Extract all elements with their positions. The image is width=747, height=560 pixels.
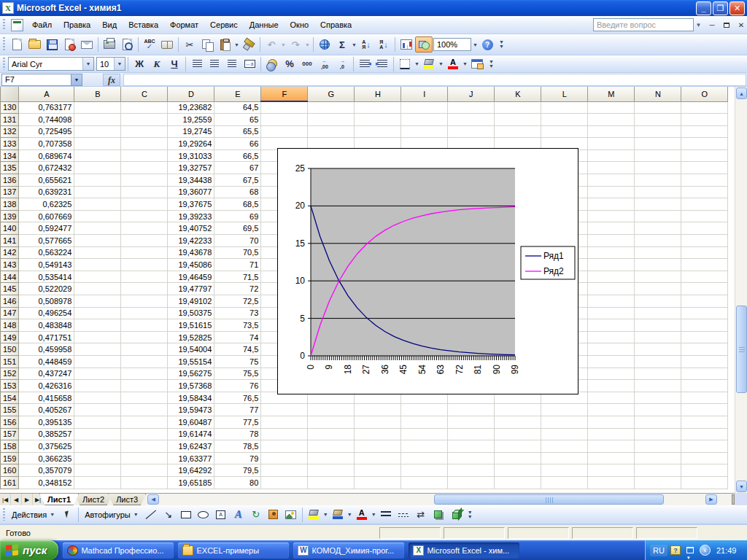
cell-O150[interactable] — [681, 343, 728, 356]
cell-N141[interactable] — [635, 235, 681, 247]
cell-E143[interactable]: 71 — [214, 259, 261, 271]
toolbar-options-icon[interactable]: ▼▼ — [465, 505, 475, 524]
cell-L160[interactable] — [541, 464, 588, 477]
increase-decimal-button[interactable]: ←,00 — [316, 56, 333, 72]
cell-L156[interactable] — [541, 416, 588, 428]
cell-N147[interactable] — [635, 307, 681, 319]
insert-function-button[interactable]: fx — [103, 74, 120, 86]
email-button[interactable] — [78, 36, 96, 52]
cell-O148[interactable] — [681, 319, 728, 332]
cell-O137[interactable] — [681, 186, 728, 198]
cell-A144[interactable]: 0,535414 — [19, 271, 74, 283]
cell-C131[interactable] — [121, 114, 168, 126]
taskbar-task-3[interactable]: XMicrosoft Excel - хим... — [409, 542, 519, 559]
cell-N134[interactable] — [635, 149, 681, 162]
cell-N151[interactable] — [635, 355, 681, 368]
cell-D144[interactable]: 19,46459 — [168, 271, 214, 283]
cell-C137[interactable] — [121, 186, 168, 198]
cell-A147[interactable]: 0,496254 — [19, 307, 74, 319]
cell-O149[interactable] — [681, 331, 728, 343]
cell-E156[interactable]: 77,5 — [214, 416, 261, 428]
cell-C134[interactable] — [121, 149, 168, 162]
cell-D142[interactable]: 19,43678 — [168, 246, 214, 259]
cell-O134[interactable] — [681, 149, 728, 162]
cell-D157[interactable]: 19,61474 — [168, 428, 214, 440]
cell-M146[interactable] — [588, 295, 635, 308]
cell-M159[interactable] — [588, 452, 635, 464]
cell-O133[interactable] — [681, 138, 728, 150]
cell-O152[interactable] — [681, 368, 728, 380]
cell-E159[interactable]: 79 — [214, 452, 261, 464]
new-button[interactable] — [8, 36, 26, 52]
cell-M161[interactable] — [588, 476, 635, 489]
cell-B132[interactable] — [74, 125, 121, 138]
insert-picture-button[interactable] — [282, 507, 300, 523]
toolbar-options-icon[interactable]: ▼▼ — [497, 34, 506, 55]
cell-B144[interactable] — [74, 271, 121, 283]
row-header-132[interactable]: 132 — [1, 125, 19, 138]
row-header-147[interactable]: 147 — [1, 307, 19, 319]
menu-item-6[interactable]: Данные — [244, 18, 285, 31]
row-header-139[interactable]: 139 — [1, 210, 19, 222]
align-center-button[interactable] — [206, 56, 223, 72]
cell-N155[interactable] — [635, 404, 681, 416]
cell-B131[interactable] — [74, 114, 121, 126]
row-header-133[interactable]: 133 — [1, 138, 19, 150]
help-question-input[interactable]: Введите вопрос — [593, 18, 694, 31]
cell-I160[interactable] — [401, 464, 448, 477]
cell-I159[interactable] — [401, 452, 448, 464]
horizontal-scrollbar[interactable]: ◀ ▶ — [146, 494, 735, 505]
menu-item-1[interactable]: Правка — [58, 18, 96, 31]
cell-B133[interactable] — [74, 138, 121, 150]
column-header-M[interactable]: M — [588, 87, 635, 101]
cell-A145[interactable]: 0,522029 — [19, 283, 74, 295]
oval-tool-button[interactable] — [195, 507, 212, 523]
cell-A143[interactable]: 0,549143 — [19, 259, 74, 271]
textbox-tool-button[interactable]: A — [212, 507, 230, 523]
cell-A150[interactable]: 0,459958 — [19, 343, 74, 356]
print-preview-button[interactable] — [118, 36, 136, 52]
cell-A155[interactable]: 0,405267 — [19, 404, 74, 416]
cell-G156[interactable] — [308, 416, 355, 428]
cell-N153[interactable] — [635, 380, 681, 392]
cell-F132[interactable] — [261, 125, 308, 138]
cell-N150[interactable] — [635, 343, 681, 356]
cell-M138[interactable] — [588, 198, 635, 211]
rectangle-tool-button[interactable] — [177, 507, 195, 523]
cell-D139[interactable]: 19,39233 — [168, 210, 214, 222]
row-header-143[interactable]: 143 — [1, 259, 19, 271]
cell-C156[interactable] — [121, 416, 168, 428]
cell-B150[interactable] — [74, 343, 121, 356]
row-header-154[interactable]: 154 — [1, 392, 19, 404]
cell-D160[interactable]: 19,64292 — [168, 464, 214, 477]
paste-dropdown-icon[interactable]: ▼ — [233, 36, 240, 52]
cell-C161[interactable] — [121, 476, 168, 489]
thousands-separator-button[interactable]: 000 — [298, 56, 316, 72]
cell-A161[interactable]: 0,348152 — [19, 476, 74, 489]
keyboard-help-icon[interactable]: ? — [670, 545, 681, 555]
cell-M151[interactable] — [588, 355, 635, 368]
hide-icons-icon[interactable]: ‹ — [700, 545, 711, 556]
autoshapes-button[interactable]: Автофигуры▼ — [81, 509, 142, 521]
cell-G131[interactable] — [308, 114, 355, 126]
line-color-button[interactable] — [329, 507, 347, 523]
print-button[interactable] — [101, 36, 118, 52]
horizontal-scroll-thumb[interactable] — [434, 494, 664, 505]
row-header-136[interactable]: 136 — [1, 174, 19, 187]
cell-C158[interactable] — [121, 440, 168, 453]
cell-M157[interactable] — [588, 428, 635, 440]
autosum-button[interactable]: Σ — [333, 36, 351, 52]
cell-M134[interactable] — [588, 149, 635, 162]
row-header-157[interactable]: 157 — [1, 428, 19, 440]
diagram-button[interactable]: ↻ — [247, 507, 265, 523]
cell-K131[interactable] — [495, 114, 541, 126]
cell-A141[interactable]: 0,577665 — [19, 235, 74, 247]
cell-E140[interactable]: 69,5 — [214, 222, 261, 235]
cell-O153[interactable] — [681, 380, 728, 392]
cell-D136[interactable]: 19,34438 — [168, 174, 214, 187]
vertical-scrollbar[interactable]: ▲ ▼ — [735, 87, 747, 493]
cell-A130[interactable]: 0,763177 — [19, 101, 74, 114]
currency-button[interactable] — [263, 56, 281, 72]
font-name-combobox[interactable]: Arial Cyr ▼ — [8, 57, 94, 71]
cell-N136[interactable] — [635, 174, 681, 187]
